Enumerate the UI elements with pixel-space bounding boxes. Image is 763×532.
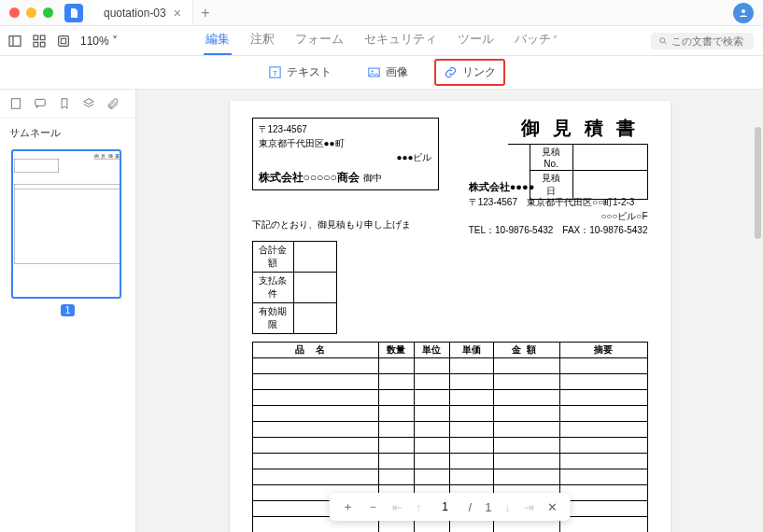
col-name: 品名	[252, 343, 378, 358]
quote-no-label: 見積No.	[530, 145, 572, 171]
valid-label: 有効期限	[252, 303, 293, 334]
page-number-badge: 1	[61, 304, 76, 316]
sender-postal: 〒123-4567	[469, 197, 517, 207]
table-row	[252, 374, 647, 390]
document-canvas: 御見積書 見積No. 見積日 株式会社●●●● 〒123-4567 東京都千代田…	[136, 90, 763, 532]
close-window-button[interactable]	[9, 7, 20, 18]
table-row	[252, 438, 647, 454]
tab-title: quotation-03	[104, 7, 166, 20]
sender-addr: 東京都千代田区○○町1-2-3	[527, 197, 634, 207]
svg-line-10	[664, 42, 666, 44]
table-row	[252, 406, 647, 422]
tab-security[interactable]: セキュリティ	[362, 26, 439, 55]
svg-point-0	[742, 9, 745, 13]
svg-point-14	[371, 70, 373, 72]
document-page[interactable]: 御見積書 見積No. 見積日 株式会社●●●● 〒123-4567 東京都千代田…	[230, 101, 671, 532]
zoom-dropdown[interactable]: 110% ˅	[80, 35, 118, 48]
last-page-button[interactable]: ⇥	[524, 500, 534, 514]
tab-batch[interactable]: バッチ	[513, 26, 560, 55]
chevron-down-icon: ˅	[112, 35, 118, 48]
text-tool-button[interactable]: T テキスト	[259, 59, 341, 86]
main-tabs: 編集 注釈 フォーム セキュリティ ツール バッチ	[204, 26, 560, 55]
page-thumbnail[interactable]: 御見積書	[11, 149, 121, 299]
thumbnail-view-icon[interactable]	[32, 34, 47, 49]
titlebar: quotation-03 × +	[0, 0, 763, 26]
reading-view-icon[interactable]	[56, 34, 71, 49]
search-box[interactable]	[651, 33, 754, 49]
app-logo-icon	[64, 4, 83, 22]
main-toolbar: 110% ˅ 編集 注釈 フォーム セキュリティ ツール バッチ	[0, 26, 763, 56]
image-tool-label: 画像	[386, 64, 408, 80]
col-qty: 数量	[378, 343, 414, 358]
table-row	[252, 358, 647, 374]
recipient-box: 〒123-4567 東京都千代田区●●町 ●●●ビル 株式会社○○○○○商会御中	[252, 118, 439, 190]
bookmarks-panel-icon[interactable]	[58, 97, 71, 110]
comments-panel-icon[interactable]	[34, 97, 47, 110]
document-tab[interactable]: quotation-03 ×	[92, 1, 193, 25]
doc-title: 御見積書	[508, 116, 648, 145]
svg-rect-15	[11, 99, 20, 109]
sidebar-panel-tabs	[0, 90, 135, 119]
search-input[interactable]	[671, 35, 746, 47]
edit-sub-toolbar: T テキスト 画像 リンク	[0, 56, 763, 90]
svg-rect-1	[9, 35, 21, 46]
image-icon	[367, 65, 381, 79]
image-tool-button[interactable]: 画像	[358, 59, 417, 86]
recipient-addr: 東京都千代田区●●町	[259, 136, 432, 150]
terms-label: 支払条件	[252, 273, 293, 303]
vertical-scrollbar[interactable]	[755, 127, 761, 239]
user-avatar[interactable]	[733, 3, 754, 23]
sender-block: 株式会社●●●● 〒123-4567 東京都千代田区○○町1-2-3 ○○○ビル…	[469, 179, 648, 237]
table-row	[252, 390, 647, 406]
first-page-button[interactable]: ⇤	[392, 500, 403, 514]
sender-bldg: ○○○ビル○F	[469, 209, 648, 223]
prev-page-button[interactable]: ↑	[416, 500, 422, 514]
link-tool-button[interactable]: リンク	[434, 59, 505, 86]
sidebar-toggle-icon[interactable]	[7, 34, 22, 49]
svg-text:T: T	[273, 69, 277, 77]
link-tool-label: リンク	[462, 64, 496, 80]
col-note: 摘要	[560, 343, 647, 358]
zoom-in-button[interactable]: ＋	[342, 498, 354, 515]
sidebar: サムネール 御見積書 1	[0, 90, 136, 532]
next-page-button[interactable]: ↓	[504, 500, 511, 514]
layers-panel-icon[interactable]	[82, 97, 95, 110]
svg-rect-3	[34, 35, 38, 40]
window-controls	[0, 7, 53, 18]
link-icon	[444, 65, 458, 79]
sender-tel: TEL：10-9876-5432 FAX：10-9876-5432	[469, 223, 648, 237]
new-tab-button[interactable]: +	[193, 5, 218, 21]
svg-rect-4	[40, 35, 45, 40]
table-row	[252, 454, 647, 469]
recipient-bldg: ●●●ビル	[259, 150, 432, 164]
recipient-suffix: 御中	[363, 173, 382, 183]
col-price: 単価	[449, 343, 493, 358]
tab-tool[interactable]: ツール	[456, 26, 496, 55]
close-tab-icon[interactable]: ×	[174, 7, 181, 20]
sender-company: 株式会社●●●●	[469, 179, 648, 195]
valid-value	[293, 303, 336, 334]
search-icon	[658, 35, 668, 47]
tab-edit[interactable]: 編集	[204, 26, 232, 55]
col-amount: 金額	[493, 343, 560, 358]
col-unit: 単位	[414, 343, 449, 358]
tab-annotate[interactable]: 注釈	[248, 26, 276, 55]
current-page-input[interactable]	[435, 500, 456, 513]
text-icon: T	[268, 65, 282, 79]
thumbnails-panel-icon[interactable]	[9, 97, 22, 110]
summary-table: 合計金額 支払条件 有効期限	[252, 241, 337, 334]
svg-rect-7	[59, 35, 69, 46]
items-header-row: 品名 数量 単位 単価 金額 摘要	[252, 343, 647, 358]
minimize-window-button[interactable]	[26, 7, 36, 18]
svg-rect-6	[40, 42, 45, 47]
tab-form[interactable]: フォーム	[293, 26, 346, 55]
page-navigator: ＋ － ⇤ ↑ / 1 ↓ ⇥ ✕	[329, 493, 571, 521]
svg-point-9	[660, 37, 665, 42]
svg-rect-5	[34, 42, 38, 47]
maximize-window-button[interactable]	[43, 7, 53, 18]
close-nav-button[interactable]: ✕	[547, 500, 558, 514]
text-tool-label: テキスト	[287, 64, 332, 80]
zoom-out-button[interactable]: －	[367, 498, 379, 515]
attachments-panel-icon[interactable]	[106, 97, 120, 110]
thumbnails-label: サムネール	[0, 119, 135, 144]
